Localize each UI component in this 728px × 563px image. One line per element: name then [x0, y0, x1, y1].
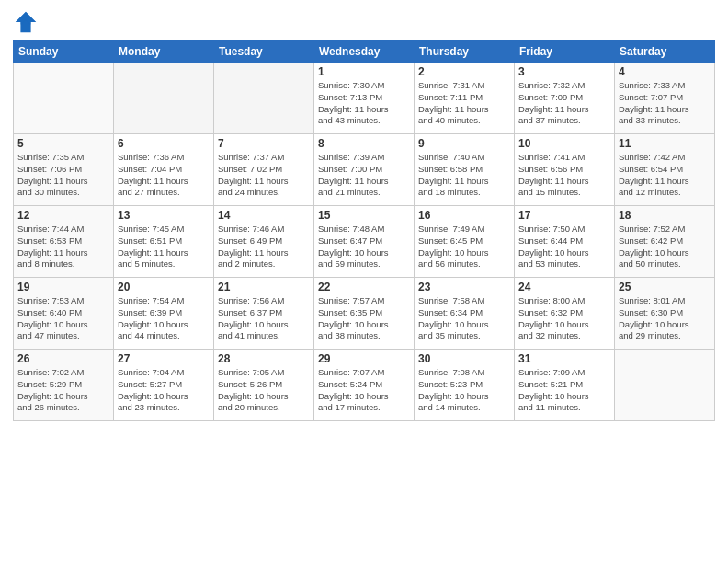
calendar-cell [214, 63, 314, 134]
calendar-cell: 22Sunrise: 7:57 AM Sunset: 6:35 PM Dayli… [314, 278, 415, 350]
day-info: Sunrise: 7:56 AM Sunset: 6:37 PM Dayligh… [218, 295, 310, 342]
calendar-cell: 25Sunrise: 8:01 AM Sunset: 6:30 PM Dayli… [615, 278, 715, 350]
day-number: 30 [418, 352, 510, 365]
day-info: Sunrise: 7:39 AM Sunset: 7:00 PM Dayligh… [318, 152, 410, 199]
day-number: 5 [17, 137, 109, 150]
day-number: 14 [218, 209, 310, 222]
calendar-cell: 21Sunrise: 7:56 AM Sunset: 6:37 PM Dayli… [214, 278, 314, 350]
day-number: 24 [518, 281, 610, 293]
week-row-4: 19Sunrise: 7:53 AM Sunset: 6:40 PM Dayli… [14, 278, 715, 350]
calendar-cell: 23Sunrise: 7:58 AM Sunset: 6:34 PM Dayli… [415, 278, 515, 350]
weekday-header-monday: Monday [114, 41, 214, 63]
logo [13, 9, 40, 35]
day-info: Sunrise: 7:42 AM Sunset: 6:54 PM Dayligh… [619, 152, 711, 199]
day-number: 3 [518, 65, 610, 78]
day-info: Sunrise: 7:40 AM Sunset: 6:58 PM Dayligh… [418, 152, 510, 199]
day-info: Sunrise: 7:09 AM Sunset: 5:21 PM Dayligh… [518, 367, 610, 414]
calendar-cell [615, 350, 715, 421]
day-number: 15 [318, 209, 410, 222]
day-info: Sunrise: 7:37 AM Sunset: 7:02 PM Dayligh… [218, 152, 310, 199]
weekday-header-saturday: Saturday [615, 41, 715, 63]
header [13, 9, 715, 35]
day-info: Sunrise: 7:49 AM Sunset: 6:45 PM Dayligh… [418, 224, 510, 270]
day-info: Sunrise: 7:31 AM Sunset: 7:11 PM Dayligh… [418, 80, 510, 127]
weekday-header-friday: Friday [515, 41, 615, 63]
calendar-cell: 10Sunrise: 7:41 AM Sunset: 6:56 PM Dayli… [515, 134, 615, 206]
day-info: Sunrise: 7:52 AM Sunset: 6:42 PM Dayligh… [619, 224, 711, 270]
weekday-header-thursday: Thursday [415, 41, 515, 63]
day-info: Sunrise: 7:04 AM Sunset: 5:27 PM Dayligh… [118, 367, 210, 414]
day-number: 11 [619, 137, 711, 150]
calendar-cell: 3Sunrise: 7:32 AM Sunset: 7:09 PM Daylig… [515, 63, 615, 134]
day-info: Sunrise: 7:46 AM Sunset: 6:49 PM Dayligh… [218, 224, 310, 270]
day-number: 23 [418, 281, 510, 293]
week-row-2: 5Sunrise: 7:35 AM Sunset: 7:06 PM Daylig… [14, 134, 715, 206]
day-number: 28 [218, 352, 310, 365]
day-number: 6 [118, 137, 210, 150]
day-number: 20 [118, 281, 210, 293]
day-number: 13 [118, 209, 210, 222]
calendar-cell: 1Sunrise: 7:30 AM Sunset: 7:13 PM Daylig… [314, 63, 415, 134]
calendar-cell: 31Sunrise: 7:09 AM Sunset: 5:21 PM Dayli… [515, 350, 615, 421]
day-info: Sunrise: 7:44 AM Sunset: 6:53 PM Dayligh… [17, 224, 109, 270]
calendar-table: SundayMondayTuesdayWednesdayThursdayFrid… [13, 40, 715, 421]
logo-icon [13, 9, 39, 35]
calendar-cell: 24Sunrise: 8:00 AM Sunset: 6:32 PM Dayli… [515, 278, 615, 350]
calendar-cell: 4Sunrise: 7:33 AM Sunset: 7:07 PM Daylig… [615, 63, 715, 134]
day-info: Sunrise: 7:54 AM Sunset: 6:39 PM Dayligh… [118, 295, 210, 342]
weekday-header-row: SundayMondayTuesdayWednesdayThursdayFrid… [14, 41, 715, 63]
day-number: 22 [318, 281, 410, 293]
day-info: Sunrise: 8:00 AM Sunset: 6:32 PM Dayligh… [518, 295, 610, 342]
week-row-5: 26Sunrise: 7:02 AM Sunset: 5:29 PM Dayli… [14, 350, 715, 421]
day-number: 29 [318, 352, 410, 365]
calendar-cell: 17Sunrise: 7:50 AM Sunset: 6:44 PM Dayli… [515, 206, 615, 278]
weekday-header-sunday: Sunday [14, 41, 114, 63]
calendar-cell: 13Sunrise: 7:45 AM Sunset: 6:51 PM Dayli… [114, 206, 214, 278]
calendar-cell: 16Sunrise: 7:49 AM Sunset: 6:45 PM Dayli… [415, 206, 515, 278]
calendar-cell: 19Sunrise: 7:53 AM Sunset: 6:40 PM Dayli… [14, 278, 114, 350]
day-number: 31 [518, 352, 610, 365]
day-number: 18 [619, 209, 711, 222]
day-number: 19 [17, 281, 109, 293]
day-number: 8 [318, 137, 410, 150]
day-info: Sunrise: 7:36 AM Sunset: 7:04 PM Dayligh… [118, 152, 210, 199]
day-info: Sunrise: 7:45 AM Sunset: 6:51 PM Dayligh… [118, 224, 210, 270]
day-number: 26 [17, 352, 109, 365]
calendar-cell: 7Sunrise: 7:37 AM Sunset: 7:02 PM Daylig… [214, 134, 314, 206]
day-info: Sunrise: 7:48 AM Sunset: 6:47 PM Dayligh… [318, 224, 410, 270]
day-number: 21 [218, 281, 310, 293]
day-info: Sunrise: 7:53 AM Sunset: 6:40 PM Dayligh… [17, 295, 109, 342]
day-info: Sunrise: 7:50 AM Sunset: 6:44 PM Dayligh… [518, 224, 610, 270]
calendar-cell: 29Sunrise: 7:07 AM Sunset: 5:24 PM Dayli… [314, 350, 415, 421]
calendar-cell: 5Sunrise: 7:35 AM Sunset: 7:06 PM Daylig… [14, 134, 114, 206]
day-info: Sunrise: 7:02 AM Sunset: 5:29 PM Dayligh… [17, 367, 109, 414]
page: SundayMondayTuesdayWednesdayThursdayFrid… [0, 0, 728, 563]
week-row-3: 12Sunrise: 7:44 AM Sunset: 6:53 PM Dayli… [14, 206, 715, 278]
day-info: Sunrise: 7:05 AM Sunset: 5:26 PM Dayligh… [218, 367, 310, 414]
day-number: 10 [518, 137, 610, 150]
calendar-cell: 26Sunrise: 7:02 AM Sunset: 5:29 PM Dayli… [14, 350, 114, 421]
calendar-cell: 14Sunrise: 7:46 AM Sunset: 6:49 PM Dayli… [214, 206, 314, 278]
day-info: Sunrise: 7:57 AM Sunset: 6:35 PM Dayligh… [318, 295, 410, 342]
calendar-cell [14, 63, 114, 134]
calendar-cell: 20Sunrise: 7:54 AM Sunset: 6:39 PM Dayli… [114, 278, 214, 350]
calendar-cell: 12Sunrise: 7:44 AM Sunset: 6:53 PM Dayli… [14, 206, 114, 278]
week-row-1: 1Sunrise: 7:30 AM Sunset: 7:13 PM Daylig… [14, 63, 715, 134]
weekday-header-tuesday: Tuesday [214, 41, 314, 63]
calendar-cell: 30Sunrise: 7:08 AM Sunset: 5:23 PM Dayli… [415, 350, 515, 421]
day-info: Sunrise: 7:33 AM Sunset: 7:07 PM Dayligh… [619, 80, 711, 127]
day-number: 17 [518, 209, 610, 222]
day-number: 4 [619, 65, 711, 78]
day-info: Sunrise: 7:07 AM Sunset: 5:24 PM Dayligh… [318, 367, 410, 414]
day-number: 27 [118, 352, 210, 365]
calendar-cell: 8Sunrise: 7:39 AM Sunset: 7:00 PM Daylig… [314, 134, 415, 206]
day-info: Sunrise: 7:08 AM Sunset: 5:23 PM Dayligh… [418, 367, 510, 414]
day-info: Sunrise: 8:01 AM Sunset: 6:30 PM Dayligh… [619, 295, 711, 342]
calendar-cell: 28Sunrise: 7:05 AM Sunset: 5:26 PM Dayli… [214, 350, 314, 421]
day-number: 12 [17, 209, 109, 222]
day-number: 2 [418, 65, 510, 78]
day-info: Sunrise: 7:35 AM Sunset: 7:06 PM Dayligh… [17, 152, 109, 199]
calendar-cell: 15Sunrise: 7:48 AM Sunset: 6:47 PM Dayli… [314, 206, 415, 278]
calendar-cell: 6Sunrise: 7:36 AM Sunset: 7:04 PM Daylig… [114, 134, 214, 206]
day-info: Sunrise: 7:32 AM Sunset: 7:09 PM Dayligh… [518, 80, 610, 127]
